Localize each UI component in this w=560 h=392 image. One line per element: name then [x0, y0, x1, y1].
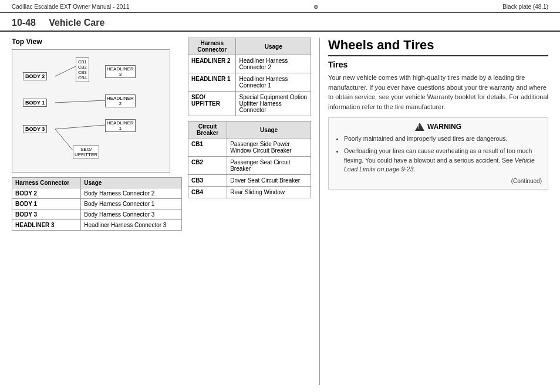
table-row: HEADLINER 1Headliner Harness Connector 1: [188, 73, 311, 92]
usage-cell: Headliner Harness Connector 3: [81, 220, 182, 231]
svg-line-2: [55, 125, 105, 129]
mb-col1-header: Circuit Breaker: [188, 121, 227, 138]
bl-col2-header: Usage: [81, 178, 182, 188]
svg-line-3: [55, 129, 73, 150]
warning-list-item: Overloading your tires can cause overhea…: [344, 147, 542, 174]
headliner3-connector: HEADLINER3: [105, 65, 136, 78]
svg-line-0: [55, 66, 76, 76]
section-number: 10-48: [12, 18, 36, 28]
section-name: Vehicle Care: [49, 18, 104, 28]
breaker-cell: CB1: [188, 138, 227, 157]
diagram-box: BODY 2 BODY 1 BODY 3 CB1CB2CB3CB4 HEADLI…: [12, 49, 170, 173]
breaker-cell: CB2: [188, 157, 227, 175]
warning-label: WARNING: [427, 123, 461, 131]
header-left: Cadillac Escalade EXT Owner Manual - 201…: [12, 4, 129, 10]
wheels-tires-title: Wheels and Tires: [328, 38, 548, 56]
middle-column: Harness Connector Usage HEADLINER 2Headl…: [188, 38, 311, 385]
page: Cadillac Escalade EXT Owner Manual - 201…: [0, 0, 560, 392]
usage-cell: Body Harness Connector 3: [81, 209, 182, 220]
tires-body-text: Your new vehicle comes with high-quality…: [328, 73, 548, 111]
usage-cell: Driver Seat Circuit Breaker: [227, 175, 311, 187]
mb-col2-header: Usage: [227, 121, 311, 138]
connector-cell: HEADLINER 2: [188, 55, 236, 73]
connector-cell: HEADLINER 1: [188, 73, 236, 92]
table-row: BODY 1Body Harness Connector 1: [12, 199, 182, 209]
table-row: CB2Passenger Seat Circuit Breaker: [188, 157, 311, 175]
warning-list-item: Poorly maintained and improperly used ti…: [344, 134, 542, 144]
table-row: HEADLINER 2Headliner Harness Connector 2: [188, 55, 311, 73]
breaker-cell: CB3: [188, 175, 227, 187]
page-header: Cadillac Escalade EXT Owner Manual - 201…: [0, 0, 560, 13]
warning-list: Poorly maintained and improperly used ti…: [335, 134, 542, 174]
bl-col1-header: Harness Connector: [12, 178, 81, 188]
table-row: BODY 3Body Harness Connector 3: [12, 209, 182, 220]
body3-label: BODY 3: [23, 125, 47, 133]
body1-label: BODY 1: [23, 99, 47, 107]
connector-cell: BODY 3: [12, 209, 81, 220]
body2-label: BODY 2: [23, 72, 47, 80]
mid-top-table: Harness Connector Usage HEADLINER 2Headl…: [188, 38, 311, 116]
headliner1-connector: HEADLINER1: [105, 119, 136, 132]
diagram-inner: BODY 2 BODY 1 BODY 3 CB1CB2CB3CB4 HEADLI…: [17, 55, 165, 167]
usage-cell: Headliner Harness Connector 2: [236, 55, 311, 73]
headliner2-connector: HEADLINER2: [105, 94, 136, 107]
connector-cell: BODY 2: [12, 188, 81, 199]
warning-box: WARNING Poorly maintained and improperly…: [328, 117, 548, 190]
warning-triangle-icon: [415, 123, 424, 131]
left-column: Top View BODY 2 BODY 1 BODY 3 CB1CB2CB3C…: [12, 38, 182, 385]
tires-subtitle: Tires: [328, 60, 548, 69]
usage-cell: Headliner Harness Connector 1: [236, 73, 311, 92]
usage-cell: Passenger Seat Circuit Breaker: [227, 157, 311, 175]
breaker-cell: CB4: [188, 187, 227, 198]
cb-group: CB1CB2CB3CB4: [76, 58, 89, 82]
mid-bottom-table: Circuit Breaker Usage CB1Passenger Side …: [188, 121, 311, 198]
vertical-divider: [319, 38, 320, 385]
section-title: 10-48 Vehicle Care: [0, 13, 560, 32]
usage-cell: Body Harness Connector 2: [81, 188, 182, 199]
continued-text: (Continued): [335, 178, 542, 184]
table-row: HEADLINER 3Headliner Harness Connector 3: [12, 220, 182, 231]
table-row: CB3Driver Seat Circuit Breaker: [188, 175, 311, 187]
table-row: SEO/ UPFITTERSpecial Equipment Option Up…: [188, 92, 311, 116]
usage-cell: Rear Sliding Window: [227, 187, 311, 198]
svg-line-1: [55, 100, 105, 103]
connector-cell: BODY 1: [12, 199, 81, 209]
seo-upfitter-connector: SEO/UPFITTER: [73, 146, 99, 158]
top-view-label: Top View: [12, 38, 182, 46]
main-content: Top View BODY 2 BODY 1 BODY 3 CB1CB2CB3C…: [0, 32, 560, 391]
mt-col1-header: Harness Connector: [188, 38, 236, 55]
usage-cell: Passenger Side Power Window Circuit Brea…: [227, 138, 311, 157]
table-row: CB1Passenger Side Power Window Circuit B…: [188, 138, 311, 157]
table-row: BODY 2Body Harness Connector 2: [12, 188, 182, 199]
usage-cell: Special Equipment Option Upfitter Harnes…: [236, 92, 311, 116]
connector-cell: HEADLINER 3: [12, 220, 81, 231]
connector-cell: SEO/ UPFITTER: [188, 92, 236, 116]
warning-header: WARNING: [335, 123, 542, 131]
crosshair-icon: ⊕: [313, 4, 318, 10]
bottom-left-table: Harness Connector Usage BODY 2Body Harne…: [12, 177, 182, 231]
usage-cell: Body Harness Connector 1: [81, 199, 182, 209]
header-right: Black plate (48,1): [502, 4, 548, 10]
right-column: Wheels and Tires Tires Your new vehicle …: [328, 38, 548, 385]
mt-col2-header: Usage: [236, 38, 311, 55]
table-row: CB4Rear Sliding Window: [188, 187, 311, 198]
